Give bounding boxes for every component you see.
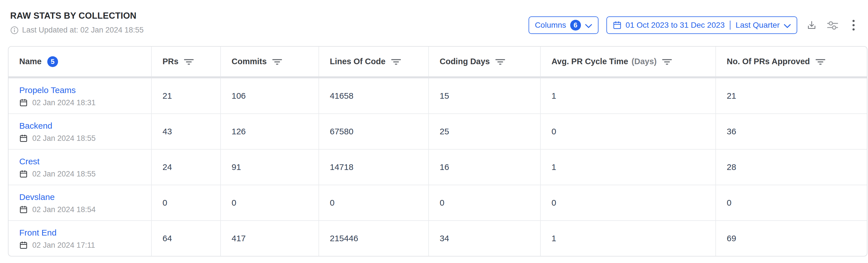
cell-avg-pr-cycle-time: 0 <box>541 185 716 220</box>
table-row: Backend02 Jan 2024 18:55431266758025036 <box>8 114 867 150</box>
info-icon[interactable] <box>10 26 19 34</box>
column-header-avg-pr-cycle-time: Avg. PR Cycle Time(Days) <box>541 47 716 76</box>
more-menu-button[interactable] <box>847 19 860 32</box>
cell-no-of-prs-approved: 0 <box>716 185 867 220</box>
column-header-label: Commits <box>231 57 267 66</box>
cell-lines-of-code: 0 <box>319 185 429 220</box>
row-updated: 02 Jan 2024 17:11 <box>19 241 95 250</box>
last-updated-text: Last Updated at: 02 Jan 2024 18:55 <box>22 26 144 34</box>
calendar-icon <box>613 21 622 30</box>
topbar: RAW STATS BY COLLECTION Last Updated at:… <box>0 0 868 34</box>
cell-coding-days: 16 <box>429 150 541 185</box>
raw-stats-page: RAW STATS BY COLLECTION Last Updated at:… <box>0 0 868 263</box>
filter-icon[interactable] <box>816 58 825 65</box>
cell-prs: 43 <box>152 114 221 149</box>
column-header-commits: Commits <box>221 47 319 76</box>
cell-no-of-prs-approved: 69 <box>716 221 867 256</box>
cell-commits: 126 <box>221 114 319 149</box>
column-header-prs: PRs <box>152 47 221 76</box>
cell-commits: 417 <box>221 221 319 256</box>
row-updated-time: 02 Jan 2024 18:54 <box>32 205 96 214</box>
row-updated-time: 02 Jan 2024 17:11 <box>32 241 95 250</box>
column-header-label: Coding Days <box>440 57 490 66</box>
table-header-row: Name5PRsCommitsLines Of CodeCoding DaysA… <box>8 47 867 78</box>
column-header-label: Avg. PR Cycle Time <box>552 57 628 66</box>
cell-coding-days: 15 <box>429 78 541 113</box>
table-row: Front End02 Jan 2024 17:1164417215446341… <box>8 221 867 256</box>
date-preset-label: Last Quarter <box>736 21 780 30</box>
cell-name: Front End02 Jan 2024 17:11 <box>8 221 152 256</box>
cell-name: Propelo Teams02 Jan 2024 18:31 <box>8 78 152 113</box>
calendar-icon <box>19 170 28 178</box>
column-header-no-of-prs-approved: No. Of PRs Approved <box>716 47 867 76</box>
date-range-button[interactable]: 01 Oct 2023 to 31 Dec 2023 Last Quarter <box>607 17 797 34</box>
date-range-text: 01 Oct 2023 to 31 Dec 2023 <box>626 21 725 30</box>
collection-link[interactable]: Propelo Teams <box>19 86 76 95</box>
column-header-suffix: (Days) <box>631 57 657 66</box>
cell-commits: 106 <box>221 78 319 113</box>
filter-icon[interactable] <box>184 58 194 65</box>
cell-lines-of-code: 215446 <box>319 221 429 256</box>
collection-link[interactable]: Crest <box>19 157 40 166</box>
cell-prs: 24 <box>152 150 221 185</box>
kebab-menu-icon <box>852 20 855 31</box>
cell-name: Crest02 Jan 2024 18:55 <box>8 150 152 185</box>
filter-icon[interactable] <box>495 58 505 65</box>
row-updated: 02 Jan 2024 18:55 <box>19 170 96 178</box>
column-header-name: Name5 <box>8 47 152 76</box>
cell-commits: 0 <box>221 185 319 220</box>
cell-avg-pr-cycle-time: 0 <box>541 114 716 149</box>
cell-avg-pr-cycle-time: 1 <box>541 78 716 113</box>
row-count-badge: 5 <box>47 56 58 67</box>
cell-prs: 0 <box>152 185 221 220</box>
cell-lines-of-code: 14718 <box>319 150 429 185</box>
row-updated: 02 Jan 2024 18:31 <box>19 98 96 107</box>
row-updated-time: 02 Jan 2024 18:31 <box>32 98 96 107</box>
last-updated-row: Last Updated at: 02 Jan 2024 18:55 <box>10 26 144 34</box>
cell-prs: 21 <box>152 78 221 113</box>
column-header-coding-days: Coding Days <box>429 47 541 76</box>
cell-coding-days: 25 <box>429 114 541 149</box>
cell-commits: 91 <box>221 150 319 185</box>
settings-button[interactable] <box>826 19 839 32</box>
collection-link[interactable]: Front End <box>19 228 57 237</box>
stats-table: Name5PRsCommitsLines Of CodeCoding DaysA… <box>8 46 867 257</box>
filter-icon[interactable] <box>272 58 282 65</box>
cell-no-of-prs-approved: 21 <box>716 78 867 113</box>
row-updated: 02 Jan 2024 18:55 <box>19 134 96 143</box>
row-updated-time: 02 Jan 2024 18:55 <box>32 170 96 178</box>
date-range-separator <box>730 21 731 30</box>
cell-no-of-prs-approved: 28 <box>716 150 867 185</box>
column-header-label: Lines Of Code <box>330 57 385 66</box>
table-row: Propelo Teams02 Jan 2024 18:312110641658… <box>8 78 867 114</box>
cell-avg-pr-cycle-time: 1 <box>541 150 716 185</box>
filter-icon[interactable] <box>391 58 401 65</box>
column-header-label: PRs <box>162 57 178 66</box>
cell-no-of-prs-approved: 36 <box>716 114 867 149</box>
cell-lines-of-code: 41658 <box>319 78 429 113</box>
cell-coding-days: 34 <box>429 221 541 256</box>
chevron-down-icon <box>784 21 791 30</box>
column-header-label: Name <box>19 57 42 66</box>
table-body: Propelo Teams02 Jan 2024 18:312110641658… <box>8 78 867 256</box>
column-header-lines-of-code: Lines Of Code <box>319 47 429 76</box>
topbar-left: RAW STATS BY COLLECTION Last Updated at:… <box>10 11 144 34</box>
row-updated: 02 Jan 2024 18:54 <box>19 205 96 214</box>
topbar-actions: Columns 6 01 Oct 2023 to 31 Dec 2023 <box>529 17 860 34</box>
row-updated-time: 02 Jan 2024 18:55 <box>32 134 96 143</box>
calendar-icon <box>19 241 28 250</box>
filter-icon[interactable] <box>662 58 672 65</box>
columns-button[interactable]: Columns 6 <box>529 17 598 34</box>
cell-lines-of-code: 67580 <box>319 114 429 149</box>
collection-link[interactable]: Backend <box>19 121 52 131</box>
collection-link[interactable]: Devslane <box>19 192 55 202</box>
page-title: RAW STATS BY COLLECTION <box>10 11 144 21</box>
cell-name: Backend02 Jan 2024 18:55 <box>8 114 152 149</box>
chevron-down-icon <box>585 21 592 30</box>
sliders-icon <box>827 20 839 30</box>
download-icon <box>807 20 816 30</box>
column-header-label: No. Of PRs Approved <box>727 57 810 66</box>
download-button[interactable] <box>805 19 818 32</box>
cell-coding-days: 0 <box>429 185 541 220</box>
calendar-icon <box>19 98 28 107</box>
